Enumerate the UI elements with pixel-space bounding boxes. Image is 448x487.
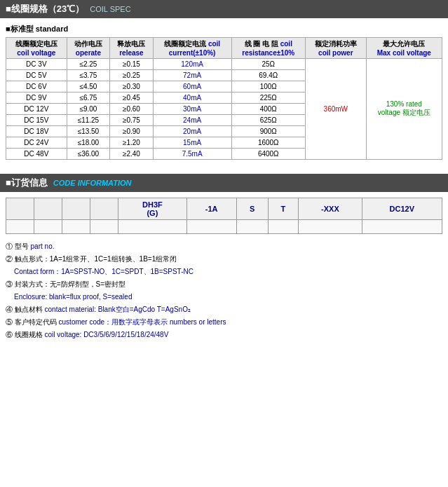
cell-operate: ≤2.25	[67, 59, 110, 70]
cell-current: 20mA	[153, 126, 231, 137]
order-info-header: ■订货信息 CODE INFORMATION	[0, 174, 448, 192]
coil-spec-subtitle: COIL SPEC	[90, 5, 130, 13]
cell-voltage: DC 48V	[6, 149, 67, 160]
cell-resistance: 225Ω	[231, 92, 305, 104]
table-row: DC 3V ≤2.25 ≥0.15 120mA 25Ω 360mW 130% r…	[6, 59, 442, 70]
note-4-num: ④	[6, 306, 13, 313]
cell-resistance: 100Ω	[231, 81, 305, 92]
order-info-subtitle: CODE INFORMATION	[53, 179, 132, 187]
note-1: ① 型号 part no.	[6, 241, 442, 252]
cell-current: 72mA	[153, 70, 231, 81]
code-cell-empty3	[62, 198, 90, 220]
cell-resistance: 25Ω	[231, 59, 305, 70]
note-4-zh: 触点材料	[15, 306, 45, 313]
note-2: ② 触点形式：1A=1组常开、1C=1组转换、1B=1组常闭	[6, 254, 442, 265]
cell-current: 30mA	[153, 104, 231, 115]
cell-release: ≥2.40	[110, 149, 154, 160]
cell-release: ≥0.60	[110, 104, 154, 115]
order-info-title: ■订货信息	[6, 177, 48, 189]
coil-spec-header: ■线圈规格（23℃） COIL SPEC	[0, 0, 448, 18]
cell-voltage: DC 15V	[6, 115, 67, 126]
cell-voltage: DC 18V	[6, 126, 67, 137]
note-1-num: ①	[6, 242, 13, 250]
col-header-voltage: 线圈额定电压coil voltage	[6, 38, 67, 59]
note-6: ⑥ 线圈规格 coil voltage: DC3/5/6/9/12/15/18/…	[6, 329, 442, 341]
cell-release: ≥0.75	[110, 115, 154, 126]
note-3-en-item: Enclosure: blank=flux proof, S=sealed	[6, 291, 442, 303]
cell-resistance: 69.4Ω	[231, 70, 305, 81]
cell-voltage: DC 3V	[6, 59, 67, 70]
code-cell-1a: -1A	[186, 198, 236, 220]
cell-current: 7.5mA	[153, 149, 231, 160]
code-cell-empty2	[34, 198, 62, 220]
cell-operate: ≤13.50	[67, 126, 110, 137]
cell-voltage: DC 12V	[6, 104, 67, 115]
cell-operate: ≤9.00	[67, 104, 110, 115]
note-3-en: Enclosure: blank=flux proof, S=sealed	[14, 293, 132, 301]
note-5-zh: 客户特定代码	[15, 318, 59, 326]
cell-voltage: DC 5V	[6, 70, 67, 81]
cell-current: 120mA	[153, 59, 231, 70]
cell-current: 24mA	[153, 115, 231, 126]
cell-voltage: DC 6V	[6, 81, 67, 92]
col-header-resistance: 线 圈 电 阻 coilresistance±10%	[231, 38, 305, 59]
cell-release: ≥0.15	[110, 59, 154, 70]
code-cell-s: S	[236, 198, 268, 220]
cell-current: 15mA	[153, 137, 231, 149]
col-header-power: 额定消耗功率coil power	[305, 38, 366, 59]
code-cell-t: T	[268, 198, 299, 220]
note-3-num: ③	[6, 280, 13, 288]
cell-resistance: 400Ω	[231, 104, 305, 115]
code-cell-dc12v: DC12V	[362, 198, 442, 220]
order-info-body: DH3F(G) -1A S T -XXX DC12V	[0, 192, 448, 349]
note-1-en: part no.	[31, 242, 55, 250]
cell-operate: ≤36.00	[67, 149, 110, 160]
notes-area: ① 型号 part no. ② 触点形式：1A=1组常开、1C=1组转换、1B=…	[6, 240, 442, 343]
col-header-release: 释放电压release	[110, 38, 154, 59]
cell-release: ≥0.25	[110, 70, 154, 81]
std-label: ■标准型 standard	[6, 24, 442, 34]
note-6-num: ⑥	[6, 331, 13, 338]
code-empty-row	[6, 220, 442, 234]
col-header-operate: 动作电压operate	[67, 38, 110, 59]
cell-current: 40mA	[153, 92, 231, 104]
cell-power: 360mW	[305, 59, 366, 160]
note-5-en: customer code：用数字或字母表示 numbers or letter…	[59, 318, 226, 326]
col-header-max-voltage: 最大允许电压Max coil voltage	[366, 38, 442, 59]
cell-resistance: 900Ω	[231, 126, 305, 137]
note-4-en: contact material: Blank空白=AgCdo T=AgSnO₂	[45, 306, 191, 313]
cell-release: ≥0.45	[110, 92, 154, 104]
coil-spec-title: ■线圈规格（23℃）	[6, 3, 84, 15]
code-header-row: DH3F(G) -1A S T -XXX DC12V	[6, 198, 442, 220]
cell-operate: ≤18.00	[67, 137, 110, 149]
cell-current: 60mA	[153, 81, 231, 92]
code-table: DH3F(G) -1A S T -XXX DC12V	[6, 198, 442, 234]
cell-resistance: 625Ω	[231, 115, 305, 126]
note-3: ③ 封装方式：无=防焊剂型，S=密封型	[6, 279, 442, 290]
coil-spec-table: 线圈额定电压coil voltage 动作电压operate 释放电压relea…	[6, 37, 442, 160]
code-cell-dh3f: DH3F(G)	[118, 198, 187, 220]
note-2-en: Contact form：1A=SPST-NO、1C=SPDT、1B=SPST-…	[14, 268, 194, 275]
note-6-en: coil voltage: DC3/5/6/9/12/15/18/24/48V	[45, 331, 169, 338]
cell-resistance: 1600Ω	[231, 137, 305, 149]
note-2-en-item: Contact form：1A=SPST-NO、1C=SPDT、1B=SPST-…	[6, 266, 442, 277]
cell-operate: ≤11.25	[67, 115, 110, 126]
note-1-zh: 型号	[15, 242, 31, 250]
note-6-zh: 线圈规格	[15, 331, 45, 338]
note-2-num: ②	[6, 255, 13, 263]
note-5-num: ⑤	[6, 318, 13, 326]
cell-voltage: DC 24V	[6, 137, 67, 149]
cell-resistance: 6400Ω	[231, 149, 305, 160]
code-cell-empty4	[90, 198, 118, 220]
col-header-current: 线圈额定电流 coilcurrent(±10%)	[153, 38, 231, 59]
note-5: ⑤ 客户特定代码 customer code：用数字或字母表示 numbers …	[6, 317, 442, 328]
cell-voltage: DC 9V	[6, 92, 67, 104]
cell-operate: ≤4.50	[67, 81, 110, 92]
note-2-zh: 触点形式：1A=1组常开、1C=1组转换、1B=1组常闭	[15, 255, 177, 263]
note-3-zh: 封装方式：无=防焊剂型，S=密封型	[15, 280, 125, 288]
code-cell-empty1	[6, 198, 34, 220]
code-cell-xxx: -XXX	[299, 198, 362, 220]
cell-operate: ≤6.75	[67, 92, 110, 104]
cell-operate: ≤3.75	[67, 70, 110, 81]
cell-release: ≥0.30	[110, 81, 154, 92]
